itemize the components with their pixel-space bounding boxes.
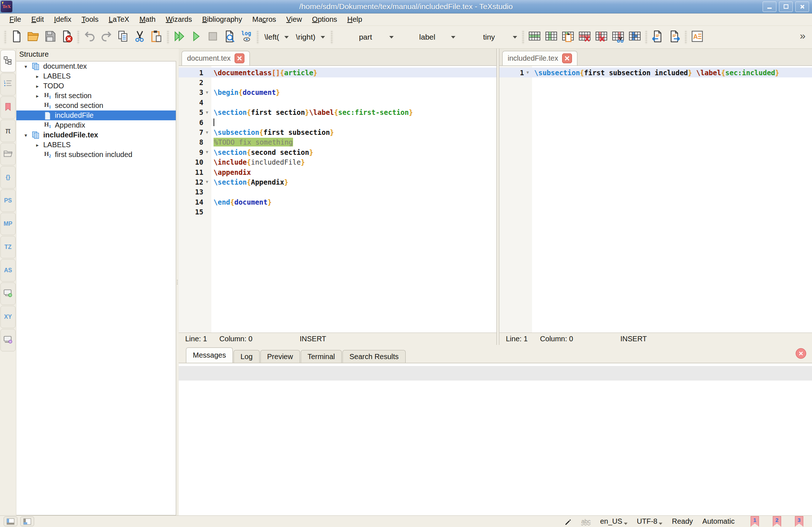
panel-tab-asymptote[interactable]: AS bbox=[0, 259, 16, 282]
tree-item-labels[interactable]: ▸LABELS bbox=[16, 140, 176, 150]
menu-tools[interactable]: Tools bbox=[77, 15, 104, 24]
panel-tab-terminal[interactable] bbox=[0, 282, 16, 305]
output-panel-close-button[interactable] bbox=[796, 348, 806, 359]
fold-arrow-icon[interactable]: ▼ bbox=[524, 70, 531, 75]
tab-close-button[interactable] bbox=[562, 53, 572, 63]
tab-preview[interactable]: Preview bbox=[260, 350, 300, 363]
redo-button[interactable] bbox=[98, 28, 115, 46]
fold-arrow-icon[interactable]: ▼ bbox=[203, 130, 211, 135]
panel-tab-preview[interactable] bbox=[0, 329, 16, 351]
spellcheck-icon[interactable]: abc bbox=[581, 518, 591, 525]
table-paste-col-button[interactable] bbox=[560, 28, 576, 46]
combo-tiny[interactable]: tiny bbox=[458, 31, 520, 44]
stop-button[interactable] bbox=[204, 28, 221, 46]
minimize-button[interactable] bbox=[763, 1, 776, 12]
toggle-side-panel-button[interactable] bbox=[4, 516, 17, 526]
menu-view[interactable]: View bbox=[281, 15, 307, 24]
tab-close-button[interactable] bbox=[235, 53, 244, 63]
menu-math[interactable]: Math bbox=[134, 15, 161, 24]
fold-arrow-icon[interactable]: ▼ bbox=[203, 90, 211, 95]
fold-arrow-icon[interactable]: ▼ bbox=[203, 180, 211, 184]
structure-tree[interactable]: ▾document.tex▸LABELS▸TODO▸H1first sectio… bbox=[16, 61, 176, 515]
undo-button[interactable] bbox=[81, 28, 98, 46]
table-add-row-button[interactable] bbox=[526, 28, 543, 46]
copy-button[interactable] bbox=[115, 28, 131, 46]
tree-item-document-tex[interactable]: ▾document.tex bbox=[16, 61, 176, 71]
menu-options[interactable]: Options bbox=[307, 15, 342, 24]
close-file-button[interactable] bbox=[58, 28, 75, 46]
panel-tab-todo[interactable]: 1 bbox=[0, 73, 16, 96]
menu-macros[interactable]: Macros bbox=[247, 15, 281, 24]
menu-help[interactable]: Help bbox=[342, 15, 367, 24]
tab-log[interactable]: Log bbox=[234, 350, 259, 363]
table-cut-col-button[interactable] bbox=[610, 28, 626, 46]
toolbar-overflow-chevron[interactable]: » bbox=[800, 30, 810, 44]
tree-item-appendix[interactable]: H1Appendix bbox=[16, 120, 176, 130]
bookmark-flag-1[interactable]: 1 bbox=[751, 516, 759, 527]
tree-item-labels[interactable]: ▸LABELS bbox=[16, 71, 176, 81]
new-file-button[interactable] bbox=[8, 28, 25, 46]
text-format-button[interactable]: A bbox=[689, 28, 706, 46]
code-editor[interactable]: 123▼45▼67▼89▼101112▼131415 \documentclas… bbox=[179, 66, 496, 333]
menu-file[interactable]: File bbox=[4, 15, 26, 24]
close-button[interactable] bbox=[795, 1, 809, 12]
cut-button[interactable] bbox=[131, 28, 148, 46]
expander-icon[interactable]: ▸ bbox=[33, 73, 42, 79]
bookmark-flag-3[interactable]: 3 bbox=[795, 516, 803, 527]
save-file-button[interactable] bbox=[42, 28, 58, 46]
tab-messages[interactable]: Messages bbox=[186, 347, 233, 363]
encoding-selector[interactable]: UTF-8 bbox=[637, 517, 663, 526]
line-endings-indicator[interactable]: Automatic bbox=[702, 517, 735, 526]
table-align-button[interactable] bbox=[626, 28, 643, 46]
maximize-button[interactable] bbox=[779, 1, 793, 12]
tree-item-includedfile[interactable]: includedFile bbox=[16, 110, 176, 120]
fold-arrow-icon[interactable]: ▼ bbox=[203, 110, 211, 115]
combo-label[interactable]: label bbox=[397, 31, 458, 44]
table-add-col-button[interactable] bbox=[543, 28, 560, 46]
tree-item-second-section[interactable]: H1second section bbox=[16, 101, 176, 110]
expander-icon[interactable]: ▸ bbox=[33, 142, 42, 148]
table-remove-col-button[interactable] bbox=[593, 28, 610, 46]
bookmark-flag-2[interactable]: 2 bbox=[773, 516, 781, 527]
table-remove-row-button[interactable] bbox=[576, 28, 593, 46]
menu-bibliography[interactable]: Bibliography bbox=[197, 15, 247, 24]
panel-tab-symbols[interactable]: π bbox=[0, 120, 16, 142]
panel-tab-bookmarks[interactable] bbox=[0, 96, 16, 119]
panel-tab-tikz[interactable]: TZ bbox=[0, 236, 16, 258]
quick-preview-button[interactable] bbox=[221, 28, 238, 46]
panel-tab-metapost[interactable]: MP bbox=[0, 213, 16, 235]
menu-edit[interactable]: Edit bbox=[26, 15, 49, 24]
combo-part[interactable]: part bbox=[335, 31, 397, 44]
build-view-button[interactable] bbox=[171, 28, 188, 46]
tree-item-includedfile-tex[interactable]: ▾includedFile.tex bbox=[16, 130, 176, 140]
panel-tab-snippets[interactable]: {} bbox=[0, 166, 16, 189]
expander-icon[interactable]: ▸ bbox=[33, 93, 42, 99]
menu-latex[interactable]: LaTeX bbox=[103, 15, 134, 24]
tree-item-first-section[interactable]: ▸H1first section bbox=[16, 91, 176, 101]
panel-tab-pstricks[interactable]: PS bbox=[0, 189, 16, 212]
toggle-bottom-panel-button[interactable] bbox=[20, 516, 34, 526]
dropdown-right[interactable]: \right) bbox=[292, 31, 329, 44]
tab-includedfile-tex[interactable]: includedFile.tex bbox=[502, 51, 577, 65]
tab-search-results[interactable]: Search Results bbox=[342, 350, 406, 363]
pencil-icon[interactable] bbox=[565, 518, 572, 525]
doc-prev-button[interactable] bbox=[649, 28, 666, 46]
menu-wizards[interactable]: Wizards bbox=[161, 15, 197, 24]
tree-item-first-subsection-included[interactable]: H2first subsection included bbox=[16, 150, 176, 160]
tree-item-todo[interactable]: ▸TODO bbox=[16, 81, 176, 91]
fold-arrow-icon[interactable]: ▼ bbox=[203, 150, 211, 154]
panel-tab-xy[interactable]: XY bbox=[0, 306, 16, 328]
panel-splitter[interactable]: ⋮ bbox=[176, 49, 179, 515]
doc-next-button[interactable] bbox=[666, 28, 683, 46]
open-file-button[interactable] bbox=[25, 28, 42, 46]
tab-terminal[interactable]: Terminal bbox=[301, 350, 342, 363]
expander-icon[interactable]: ▾ bbox=[21, 132, 30, 138]
menu-idefix[interactable]: Idefix bbox=[49, 15, 77, 24]
language-selector[interactable]: en_US bbox=[600, 517, 627, 526]
expander-icon[interactable]: ▾ bbox=[21, 64, 30, 69]
panel-tab-files[interactable] bbox=[0, 143, 16, 165]
code-editor[interactable]: 1▼ \subsection{first subsection included… bbox=[499, 66, 812, 333]
view-log-button[interactable]: log bbox=[238, 28, 255, 46]
tab-document-tex[interactable]: document.tex bbox=[182, 51, 250, 65]
panel-tab-structure[interactable] bbox=[0, 50, 16, 72]
